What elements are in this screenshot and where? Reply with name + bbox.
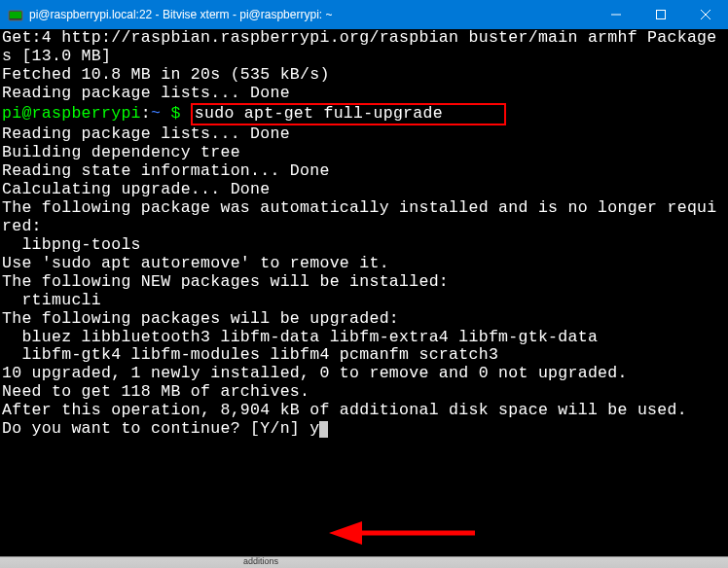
output-line: libpng-tools [2,236,726,255]
arrow-annotation [329,518,485,552]
app-icon [8,7,23,22]
output-line: The following package was automatically … [2,199,726,236]
prompt-colon: : [141,104,151,123]
prompt-path: ~ [151,104,161,123]
output-line: The following packages will be upgraded: [2,310,726,329]
svg-rect-3 [657,11,666,19]
taskbar-text: additions [243,556,278,566]
output-line: Reading package lists... Done [2,85,726,103]
user-input: y [309,419,319,438]
output-line: Reading state information... Done [2,162,726,181]
minimize-button[interactable] [594,0,638,29]
output-line: Use 'sudo apt autoremove' to remove it. [2,255,726,273]
svg-rect-1 [10,12,21,18]
close-button[interactable] [683,0,728,29]
output-line: 10 upgraded, 1 newly installed, 0 to rem… [2,365,726,383]
window-title: pi@raspberrypi.local:22 - Bitvise xterm … [29,8,594,21]
output-line: libfm-gtk4 libfm-modules libfm4 pcmanfm … [2,346,726,365]
output-line: Building dependency tree [2,144,726,162]
window-titlebar: pi@raspberrypi.local:22 - Bitvise xterm … [0,0,728,29]
command-highlight-box: sudo apt-get full-upgrade [191,103,506,125]
output-line: The following NEW packages will be insta… [2,273,726,292]
window-controls [594,0,728,29]
command-text: sudo apt-get full-upgrade [195,104,443,123]
prompt-symbol: $ [170,104,180,123]
output-line: After this operation, 8,904 kB of additi… [2,402,726,420]
taskbar-fragment: additions [0,556,728,568]
prompt-user: pi@raspberrypi [2,104,141,123]
output-line: Fetched 10.8 MB in 20s (535 kB/s) [2,66,726,85]
output-line: bluez libbluetooth3 libfm-data libfm-ext… [2,329,726,347]
output-line: Need to get 118 MB of archives. [2,383,726,402]
output-line: Calculating upgrade... Done [2,181,726,199]
svg-marker-7 [329,521,362,545]
maximize-button[interactable] [638,0,683,29]
output-line: Get:4 http://raspbian.raspberrypi.org/ra… [2,29,726,66]
terminal-output[interactable]: Get:4 http://raspbian.raspberrypi.org/ra… [0,29,728,439]
output-line: Reading package lists... Done [2,125,726,144]
cursor [319,421,328,438]
prompt-continue: Do you want to continue? [Y/n] y [2,420,726,439]
prompt-line: pi@raspberrypi:~ $ sudo apt-get full-upg… [2,103,726,125]
output-line: rtimucli [2,292,726,310]
